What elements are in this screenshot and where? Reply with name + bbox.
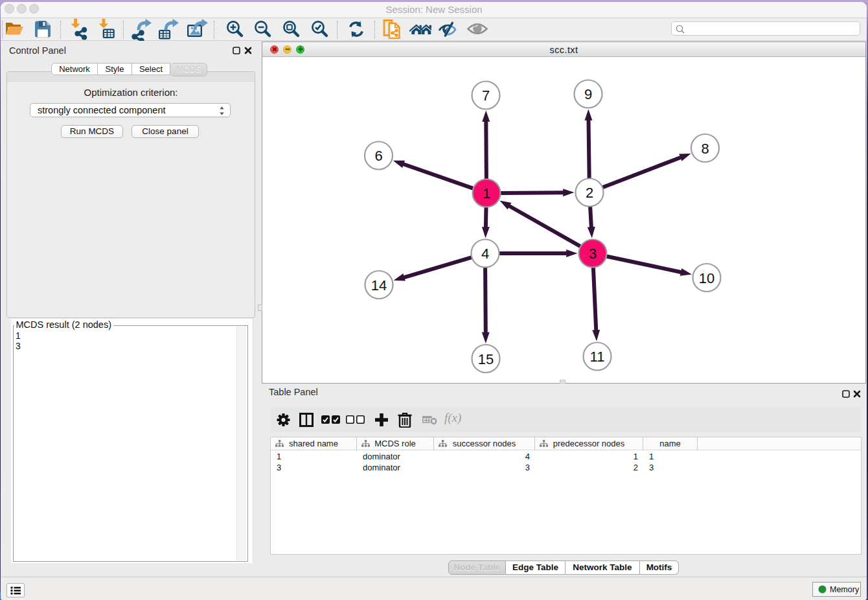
- svg-text:4: 4: [481, 246, 489, 262]
- svg-text:3: 3: [589, 246, 597, 262]
- svg-text:10: 10: [699, 270, 714, 286]
- svg-text:9: 9: [584, 86, 592, 102]
- svg-text:6: 6: [374, 148, 382, 164]
- svg-text:15: 15: [478, 351, 494, 367]
- svg-text:1: 1: [483, 185, 490, 202]
- svg-text:11: 11: [590, 349, 605, 365]
- svg-text:14: 14: [371, 277, 387, 294]
- svg-text:7: 7: [482, 87, 490, 104]
- svg-text:8: 8: [701, 141, 709, 157]
- svg-text:2: 2: [586, 185, 593, 201]
